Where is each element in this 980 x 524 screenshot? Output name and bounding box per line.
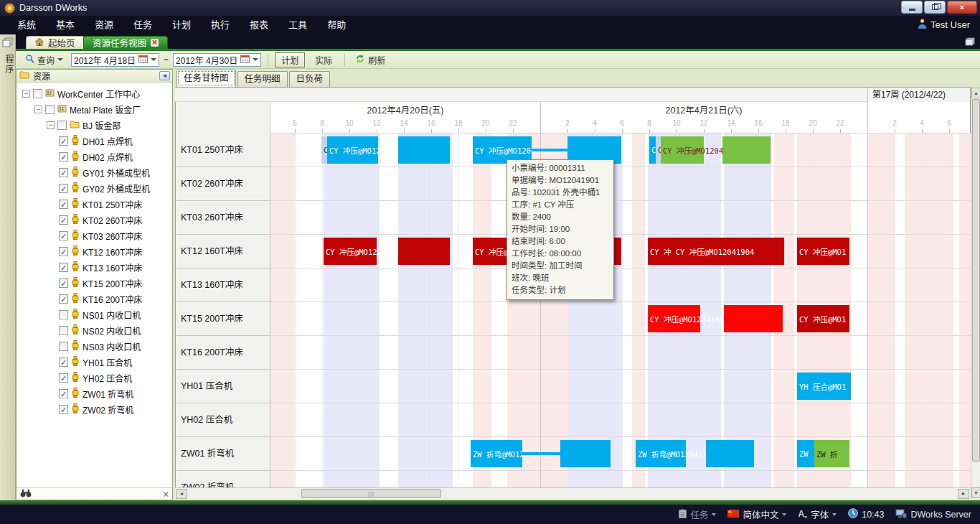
menu-item[interactable]: 工具 <box>278 16 317 34</box>
gantt-task-bar[interactable] <box>560 440 611 467</box>
gantt-task-bar[interactable]: CY 冲压@MO1 <box>797 305 849 332</box>
gantt-task-bar[interactable] <box>706 440 754 467</box>
gantt-task-bar[interactable]: ZW 折弯@MO12041901 <box>471 440 522 467</box>
tree-expander-icon[interactable]: − <box>47 121 55 129</box>
tree-node[interactable]: ✓KT13 160T冲床 <box>17 259 172 275</box>
panel-close-icon[interactable]: × <box>163 489 169 500</box>
date-to-field[interactable]: 2012年 4月30日 <box>173 53 261 67</box>
tree-checkbox[interactable]: ✓ <box>59 389 68 398</box>
tree-node[interactable]: −BJ 钣金部 <box>17 117 172 133</box>
gantt-task-bar[interactable]: CY 冲压@MO12041901 <box>327 136 378 164</box>
gantt-task-bar[interactable]: CY 冲压@MO12041902 <box>661 136 704 164</box>
tab-start-page[interactable]: 起始页 <box>26 36 85 49</box>
tree-node[interactable]: ✓KT03 260T冲床 <box>17 228 172 243</box>
tree-node[interactable]: ✓YH01 压合机 <box>17 354 172 370</box>
tree-checkbox[interactable]: ✓ <box>59 373 68 383</box>
tree-checkbox[interactable]: ✓ <box>59 136 68 146</box>
status-item-cn-flag[interactable]: 简体中文 <box>727 507 786 521</box>
close-button[interactable]: × <box>947 1 977 14</box>
gantt-task-bar[interactable]: YH 压合@MO1 <box>797 373 851 400</box>
tree-node[interactable]: −WorkCenter 工作中心 <box>17 85 172 101</box>
tree-node[interactable]: NS03 内收口机 <box>17 338 172 354</box>
actual-toggle-button[interactable]: 实际 <box>309 53 338 67</box>
menu-item[interactable]: 系统 <box>7 16 46 34</box>
tree-checkbox[interactable] <box>59 310 68 319</box>
view-tab[interactable]: 任务甘特图 <box>176 70 236 87</box>
tree-checkbox[interactable]: ✓ <box>59 357 68 367</box>
gantt-task-bar[interactable]: CY 冲压@MO1 <box>797 238 849 265</box>
tree-expander-icon[interactable]: − <box>22 90 30 98</box>
gantt-task-bar[interactable]: ZW 折 <box>814 440 849 467</box>
menu-item[interactable]: 执行 <box>201 16 240 34</box>
tree-checkbox[interactable]: ✓ <box>59 200 68 209</box>
tree-checkbox[interactable]: ✓ <box>59 405 68 414</box>
scroll-down-icon[interactable]: ▼ <box>971 487 980 498</box>
tree-node[interactable]: ✓YH02 压合机 <box>17 370 172 385</box>
tree-checkbox[interactable]: ✓ <box>59 279 68 288</box>
status-item-clipboard[interactable]: 任务 <box>679 507 716 521</box>
tree-checkbox[interactable]: ✓ <box>59 231 68 240</box>
gantt-task-bar[interactable]: C <box>321 136 327 164</box>
gantt-task-bar[interactable]: CY 冲 CY 冲压@MO12041904 <box>648 238 784 265</box>
gantt-task-bar[interactable] <box>724 305 783 332</box>
tree-node[interactable]: ✓KT15 200T冲床 <box>17 275 172 291</box>
tree-checkbox[interactable] <box>57 121 67 130</box>
tree-node[interactable]: ✓GY02 外桶成型机 <box>17 180 172 196</box>
collapse-panel-button[interactable]: ◄ <box>159 71 170 80</box>
restore-button[interactable] <box>924 1 946 14</box>
tab-close-icon[interactable]: × <box>151 39 159 47</box>
tree-node[interactable]: ✓KT01 250T冲床 <box>17 196 172 212</box>
gantt-task-bar[interactable] <box>522 452 560 455</box>
horizontal-scroll-thumb[interactable]: ||| <box>301 489 441 498</box>
tree-checkbox[interactable]: ✓ <box>59 152 68 162</box>
tree-node[interactable]: ✓KT16 200T冲床 <box>17 291 172 307</box>
tree-checkbox[interactable]: ✓ <box>59 184 68 193</box>
tree-checkbox[interactable] <box>59 326 68 335</box>
gantt-task-bar[interactable] <box>532 149 567 151</box>
gantt-task-bar[interactable]: C <box>649 136 656 164</box>
status-item-clock[interactable]: 10:43 <box>848 508 884 520</box>
gantt-task-bar[interactable] <box>398 238 450 265</box>
tree-checkbox[interactable] <box>45 105 55 114</box>
tree-node[interactable]: NS01 内收口机 <box>17 307 172 322</box>
tab-resource-task-view[interactable]: 资源任务视图 × <box>83 36 168 49</box>
menu-item[interactable]: 基本 <box>46 16 85 34</box>
gantt-task-bar[interactable] <box>398 136 450 164</box>
date-from-field[interactable]: 2012年 4月18日 <box>71 53 159 67</box>
menu-item[interactable]: 计划 <box>162 16 201 34</box>
horizontal-scrollbar[interactable]: ◄ ||| ► <box>175 487 971 499</box>
status-item-font[interactable]: A=字体 <box>798 507 837 521</box>
menu-item[interactable]: 任务 <box>123 16 162 34</box>
vertical-scroll-thumb[interactable] <box>972 99 980 462</box>
program-panel-icon[interactable] <box>2 37 13 50</box>
view-tab[interactable]: 日负荷 <box>289 71 331 87</box>
tree-checkbox[interactable] <box>33 89 42 98</box>
window-list-icon[interactable] <box>965 37 976 49</box>
gantt-task-bar[interactable]: ZW 折弯@MO12041901 <box>636 440 686 467</box>
scroll-right-icon[interactable]: ► <box>958 489 969 499</box>
tree-node[interactable]: ✓KT12 160T冲床 <box>17 243 172 259</box>
gantt-task-bar[interactable]: CY 冲压@MO12041904 <box>324 238 377 265</box>
vertical-scrollbar[interactable]: ▲ ▼ <box>971 88 980 499</box>
refresh-button[interactable]: 刷新 <box>352 53 389 67</box>
view-tab[interactable]: 任务明细 <box>237 71 288 87</box>
menu-item[interactable]: 资源 <box>85 16 123 34</box>
tree-node[interactable]: ✓KT02 260T冲床 <box>17 212 172 228</box>
tree-node[interactable]: NS02 内收口机 <box>17 322 172 338</box>
tree-checkbox[interactable]: ✓ <box>59 294 68 304</box>
plan-toggle-button[interactable]: 计划 <box>275 52 305 67</box>
tree-node[interactable]: ✓DH02 点焊机 <box>17 149 172 164</box>
menu-item[interactable]: 帮助 <box>317 16 356 34</box>
scroll-left-icon[interactable]: ◄ <box>176 489 187 499</box>
status-item-server[interactable]: DWorks Server <box>895 509 971 520</box>
minimize-button[interactable] <box>901 1 923 14</box>
gantt-task-bar[interactable]: C <box>656 136 661 164</box>
program-strip-label[interactable]: 程序 <box>3 55 15 75</box>
menu-item[interactable]: 报表 <box>240 16 278 34</box>
tree-node[interactable]: ✓ZW02 折弯机 <box>17 401 172 417</box>
gantt-task-bar[interactable] <box>722 136 771 164</box>
tree-checkbox[interactable]: ✓ <box>59 168 68 177</box>
tree-checkbox[interactable]: ✓ <box>59 247 68 256</box>
tree-checkbox[interactable]: ✓ <box>59 263 68 272</box>
scroll-up-icon[interactable]: ▲ <box>971 88 980 98</box>
